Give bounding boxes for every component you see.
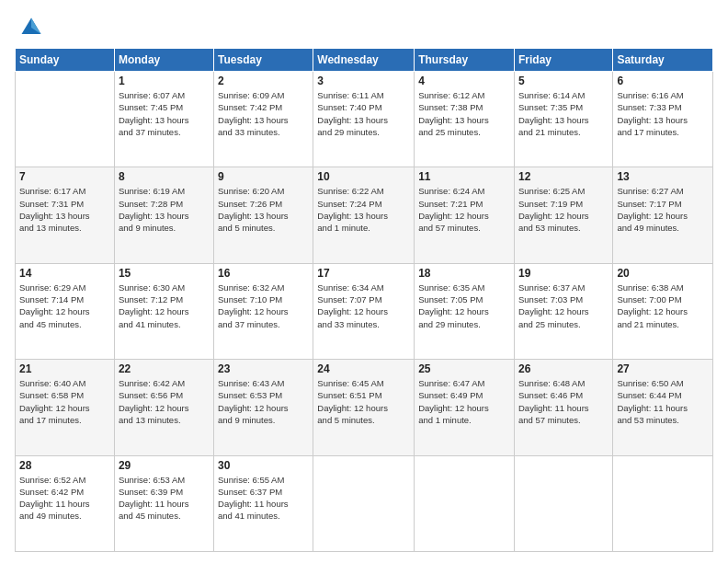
weekday-header-row: SundayMondayTuesdayWednesdayThursdayFrid… (16, 49, 713, 72)
calendar-cell: 28Sunrise: 6:52 AM Sunset: 6:42 PM Dayli… (16, 455, 115, 551)
day-info: Sunrise: 6:19 AM Sunset: 7:28 PM Dayligh… (119, 185, 210, 234)
day-number: 15 (119, 267, 210, 280)
logo (15, 15, 44, 40)
day-info: Sunrise: 6:11 AM Sunset: 7:40 PM Dayligh… (317, 89, 410, 138)
day-number: 23 (218, 362, 309, 375)
day-info: Sunrise: 6:52 AM Sunset: 6:42 PM Dayligh… (19, 474, 110, 523)
day-info: Sunrise: 6:32 AM Sunset: 7:10 PM Dayligh… (218, 282, 309, 330)
day-info: Sunrise: 6:30 AM Sunset: 7:12 PM Dayligh… (119, 282, 210, 330)
week-row-1: 1Sunrise: 6:07 AM Sunset: 7:45 PM Daylig… (16, 72, 713, 167)
weekday-header-saturday: Saturday (613, 49, 713, 72)
calendar-cell: 5Sunrise: 6:14 AM Sunset: 7:35 PM Daylig… (514, 72, 612, 167)
day-number: 6 (617, 75, 709, 87)
day-number: 25 (418, 362, 510, 375)
calendar-cell: 4Sunrise: 6:12 AM Sunset: 7:38 PM Daylig… (415, 72, 515, 167)
week-row-4: 21Sunrise: 6:40 AM Sunset: 6:58 PM Dayli… (16, 360, 713, 455)
calendar-cell (313, 455, 415, 551)
calendar-cell: 9Sunrise: 6:20 AM Sunset: 7:26 PM Daylig… (214, 167, 313, 263)
calendar-cell: 24Sunrise: 6:45 AM Sunset: 6:51 PM Dayli… (313, 360, 415, 455)
week-row-3: 14Sunrise: 6:29 AM Sunset: 7:14 PM Dayli… (16, 263, 713, 359)
day-info: Sunrise: 6:47 AM Sunset: 6:49 PM Dayligh… (418, 377, 510, 426)
header (15, 11, 713, 40)
day-number: 14 (19, 267, 110, 280)
week-row-5: 28Sunrise: 6:52 AM Sunset: 6:42 PM Dayli… (16, 455, 713, 551)
calendar-cell (514, 455, 612, 551)
weekday-header-tuesday: Tuesday (214, 49, 313, 72)
calendar-cell: 19Sunrise: 6:37 AM Sunset: 7:03 PM Dayli… (514, 263, 612, 359)
calendar-cell: 13Sunrise: 6:27 AM Sunset: 7:17 PM Dayli… (613, 167, 713, 263)
weekday-header-wednesday: Wednesday (313, 49, 415, 72)
day-info: Sunrise: 6:16 AM Sunset: 7:33 PM Dayligh… (617, 89, 709, 138)
day-number: 28 (19, 459, 110, 472)
calendar-page: SundayMondayTuesdayWednesdayThursdayFrid… (0, 0, 728, 563)
day-number: 12 (518, 170, 609, 183)
calendar-cell: 7Sunrise: 6:17 AM Sunset: 7:31 PM Daylig… (16, 167, 115, 263)
day-info: Sunrise: 6:20 AM Sunset: 7:26 PM Dayligh… (218, 185, 309, 234)
calendar-cell: 26Sunrise: 6:48 AM Sunset: 6:46 PM Dayli… (514, 360, 612, 455)
day-info: Sunrise: 6:53 AM Sunset: 6:39 PM Dayligh… (119, 474, 210, 523)
day-number: 16 (218, 267, 309, 280)
calendar-cell: 17Sunrise: 6:34 AM Sunset: 7:07 PM Dayli… (313, 263, 415, 359)
calendar-cell: 29Sunrise: 6:53 AM Sunset: 6:39 PM Dayli… (114, 455, 213, 551)
day-number: 27 (617, 362, 709, 375)
calendar-cell: 18Sunrise: 6:35 AM Sunset: 7:05 PM Dayli… (415, 263, 515, 359)
day-number: 13 (617, 170, 709, 183)
day-number: 3 (317, 75, 410, 87)
day-number: 7 (19, 170, 110, 183)
calendar-cell: 11Sunrise: 6:24 AM Sunset: 7:21 PM Dayli… (415, 167, 515, 263)
weekday-header-friday: Friday (514, 49, 612, 72)
day-number: 24 (317, 362, 410, 375)
day-info: Sunrise: 6:35 AM Sunset: 7:05 PM Dayligh… (418, 282, 510, 330)
day-info: Sunrise: 6:48 AM Sunset: 6:46 PM Dayligh… (518, 377, 609, 426)
day-info: Sunrise: 6:50 AM Sunset: 6:44 PM Dayligh… (617, 377, 709, 426)
day-info: Sunrise: 6:45 AM Sunset: 6:51 PM Dayligh… (317, 377, 410, 426)
day-number: 9 (218, 170, 309, 183)
calendar-cell: 1Sunrise: 6:07 AM Sunset: 7:45 PM Daylig… (114, 72, 213, 167)
day-info: Sunrise: 6:22 AM Sunset: 7:24 PM Dayligh… (317, 185, 410, 234)
weekday-header-sunday: Sunday (16, 49, 115, 72)
calendar-cell: 2Sunrise: 6:09 AM Sunset: 7:42 PM Daylig… (214, 72, 313, 167)
weekday-header-monday: Monday (114, 49, 213, 72)
day-info: Sunrise: 6:25 AM Sunset: 7:19 PM Dayligh… (518, 185, 609, 234)
day-number: 4 (418, 75, 510, 87)
day-info: Sunrise: 6:17 AM Sunset: 7:31 PM Dayligh… (19, 185, 110, 234)
day-number: 20 (617, 267, 709, 280)
day-number: 26 (518, 362, 609, 375)
calendar-cell: 21Sunrise: 6:40 AM Sunset: 6:58 PM Dayli… (16, 360, 115, 455)
day-number: 30 (218, 459, 309, 472)
day-number: 2 (218, 75, 309, 87)
calendar-cell: 16Sunrise: 6:32 AM Sunset: 7:10 PM Dayli… (214, 263, 313, 359)
calendar-cell: 15Sunrise: 6:30 AM Sunset: 7:12 PM Dayli… (114, 263, 213, 359)
day-number: 21 (19, 362, 110, 375)
calendar-cell: 22Sunrise: 6:42 AM Sunset: 6:56 PM Dayli… (114, 360, 213, 455)
calendar-cell: 25Sunrise: 6:47 AM Sunset: 6:49 PM Dayli… (415, 360, 515, 455)
calendar-cell: 3Sunrise: 6:11 AM Sunset: 7:40 PM Daylig… (313, 72, 415, 167)
day-number: 8 (119, 170, 210, 183)
day-number: 1 (119, 75, 210, 87)
calendar-cell: 30Sunrise: 6:55 AM Sunset: 6:37 PM Dayli… (214, 455, 313, 551)
calendar-cell: 10Sunrise: 6:22 AM Sunset: 7:24 PM Dayli… (313, 167, 415, 263)
calendar-cell: 14Sunrise: 6:29 AM Sunset: 7:14 PM Dayli… (16, 263, 115, 359)
day-number: 17 (317, 267, 410, 280)
day-number: 10 (317, 170, 410, 183)
day-info: Sunrise: 6:07 AM Sunset: 7:45 PM Dayligh… (119, 89, 210, 138)
day-number: 22 (119, 362, 210, 375)
calendar-cell: 23Sunrise: 6:43 AM Sunset: 6:53 PM Dayli… (214, 360, 313, 455)
day-info: Sunrise: 6:12 AM Sunset: 7:38 PM Dayligh… (418, 89, 510, 138)
day-info: Sunrise: 6:38 AM Sunset: 7:00 PM Dayligh… (617, 282, 709, 330)
day-info: Sunrise: 6:14 AM Sunset: 7:35 PM Dayligh… (518, 89, 609, 138)
day-number: 19 (518, 267, 609, 280)
calendar-table: SundayMondayTuesdayWednesdayThursdayFrid… (15, 48, 713, 552)
calendar-cell (415, 455, 515, 551)
day-number: 18 (418, 267, 510, 280)
calendar-cell: 12Sunrise: 6:25 AM Sunset: 7:19 PM Dayli… (514, 167, 612, 263)
day-number: 5 (518, 75, 609, 87)
day-number: 11 (418, 170, 510, 183)
calendar-cell: 6Sunrise: 6:16 AM Sunset: 7:33 PM Daylig… (613, 72, 713, 167)
day-info: Sunrise: 6:42 AM Sunset: 6:56 PM Dayligh… (119, 377, 210, 426)
logo-icon (18, 15, 44, 40)
day-info: Sunrise: 6:55 AM Sunset: 6:37 PM Dayligh… (218, 474, 309, 523)
calendar-cell: 20Sunrise: 6:38 AM Sunset: 7:00 PM Dayli… (613, 263, 713, 359)
day-info: Sunrise: 6:29 AM Sunset: 7:14 PM Dayligh… (19, 282, 110, 330)
week-row-2: 7Sunrise: 6:17 AM Sunset: 7:31 PM Daylig… (16, 167, 713, 263)
